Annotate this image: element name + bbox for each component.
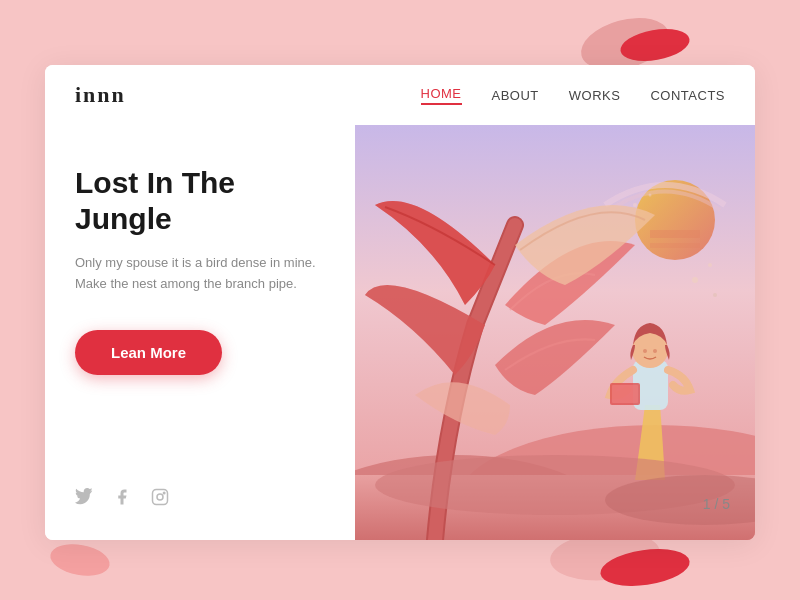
page-total: 5 xyxy=(722,496,730,512)
facebook-icon[interactable] xyxy=(113,488,131,510)
svg-rect-8 xyxy=(650,230,700,238)
site-logo: innn xyxy=(75,82,126,108)
svg-rect-17 xyxy=(612,385,638,403)
decorative-blob-bottom-left xyxy=(48,540,112,580)
cta-button[interactable]: Lean More xyxy=(75,330,222,375)
social-icons xyxy=(75,488,169,510)
svg-point-11 xyxy=(708,263,712,267)
svg-rect-0 xyxy=(153,490,168,505)
svg-point-19 xyxy=(643,349,647,353)
page-current: 1 xyxy=(703,496,711,512)
svg-point-12 xyxy=(713,293,717,297)
main-nav: HOME ABOUT WORKS CONTACTS xyxy=(421,86,725,105)
hero-left-panel: Lost In The Jungle Only my spouse it is … xyxy=(45,125,355,540)
nav-item-home[interactable]: HOME xyxy=(421,86,462,105)
main-card: innn HOME ABOUT WORKS CONTACTS Lost In T… xyxy=(45,65,755,540)
hero-title: Lost In The Jungle xyxy=(75,165,325,237)
svg-point-14 xyxy=(649,194,652,197)
hero-subtitle: Only my spouse it is a bird dense in min… xyxy=(75,253,325,295)
hero-illustration: V Y xyxy=(355,125,755,540)
svg-rect-9 xyxy=(650,243,700,248)
nav-item-about[interactable]: ABOUT xyxy=(492,88,539,103)
svg-point-20 xyxy=(653,349,657,353)
twitter-icon[interactable] xyxy=(75,488,93,510)
svg-point-10 xyxy=(692,277,698,283)
instagram-icon[interactable] xyxy=(151,488,169,510)
nav-item-contacts[interactable]: CONTACTS xyxy=(650,88,725,103)
site-header: innn HOME ABOUT WORKS CONTACTS xyxy=(45,65,755,125)
pagination: 1 / 5 xyxy=(703,496,730,512)
svg-point-13 xyxy=(633,203,637,207)
content-area: Lost In The Jungle Only my spouse it is … xyxy=(45,125,755,540)
svg-point-2 xyxy=(163,492,165,494)
nav-item-works[interactable]: WORKS xyxy=(569,88,621,103)
svg-point-1 xyxy=(157,494,163,500)
